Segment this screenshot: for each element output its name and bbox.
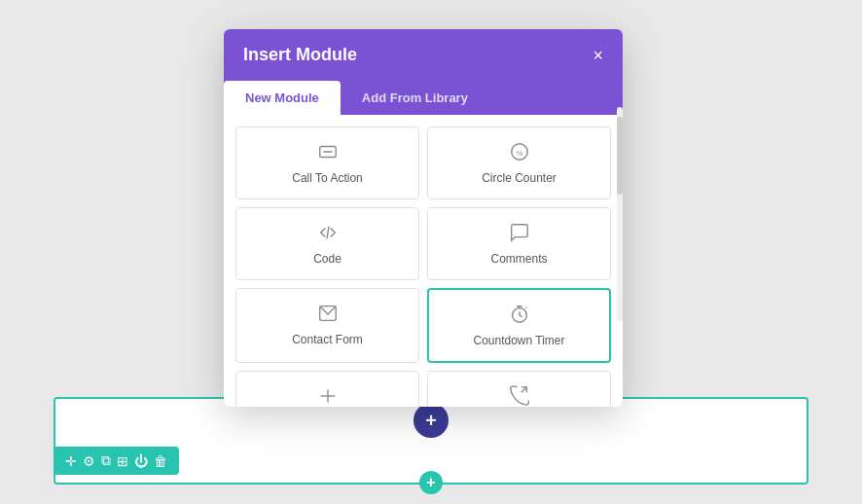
module-item-contact-form[interactable]: Contact Form	[235, 288, 419, 363]
add-module-bottom-button[interactable]: +	[419, 471, 443, 494]
countdown-timer-icon	[509, 304, 530, 328]
circle-counter-icon: %	[509, 141, 530, 165]
contact-form-icon	[317, 303, 339, 327]
module-item-code[interactable]: Code	[235, 207, 419, 280]
tab-new-module[interactable]: New Module	[224, 81, 341, 115]
module-item-countdown-timer[interactable]: Countdown Timer	[427, 288, 611, 363]
bottom-toolbar: ✛ ⚙ ⧉ ⊞ ⏻ 🗑	[54, 447, 179, 475]
add-module-mid-button[interactable]: +	[413, 403, 449, 438]
module-item-call-to-action[interactable]: Call To Action	[235, 126, 419, 199]
module-label-countdown-timer: Countdown Timer	[473, 334, 564, 347]
module-grid: Call To Action % Circle Counter Code	[235, 126, 611, 407]
code-icon	[317, 222, 339, 246]
module-item-comments[interactable]: Comments	[427, 207, 611, 280]
email-optin-icon	[509, 385, 530, 407]
svg-line-11	[521, 387, 526, 393]
cta-icon	[317, 141, 339, 165]
grid-icon[interactable]: ⊞	[117, 453, 128, 469]
module-item-circle-counter[interactable]: % Circle Counter	[427, 126, 611, 199]
module-label-code: Code	[313, 252, 341, 266]
module-label-comments: Comments	[490, 252, 547, 266]
modal-title: Insert Module	[243, 45, 357, 65]
module-label-cta: Call To Action	[292, 171, 363, 185]
modal-header: Insert Module ×	[224, 29, 623, 81]
modal-tabs: New Module Add From Library	[224, 81, 623, 115]
svg-text:%: %	[516, 149, 522, 158]
module-label-contact-form: Contact Form	[292, 333, 363, 346]
module-label-circle-counter: Circle Counter	[482, 171, 557, 185]
comments-icon	[509, 222, 530, 246]
modal-body: Call To Action % Circle Counter Code	[224, 115, 623, 407]
move-icon[interactable]: ✛	[65, 453, 77, 469]
power-icon[interactable]: ⏻	[134, 453, 148, 469]
divider-icon	[317, 385, 339, 407]
modal-close-button[interactable]: ×	[593, 47, 603, 64]
settings-icon[interactable]: ⚙	[83, 453, 95, 469]
module-item-email-optin[interactable]: Email Optin	[427, 371, 611, 407]
trash-icon[interactable]: 🗑	[154, 453, 167, 469]
page-background: ✛ ⚙ ⧉ ⊞ ⏻ 🗑 + + Insert Module × New Modu…	[0, 0, 862, 504]
svg-line-4	[327, 227, 329, 239]
insert-module-modal: Insert Module × New Module Add From Libr…	[224, 29, 623, 407]
tab-add-from-library[interactable]: Add From Library	[341, 81, 489, 115]
module-item-divider[interactable]: Divider	[235, 371, 419, 407]
duplicate-icon[interactable]: ⧉	[101, 452, 111, 469]
